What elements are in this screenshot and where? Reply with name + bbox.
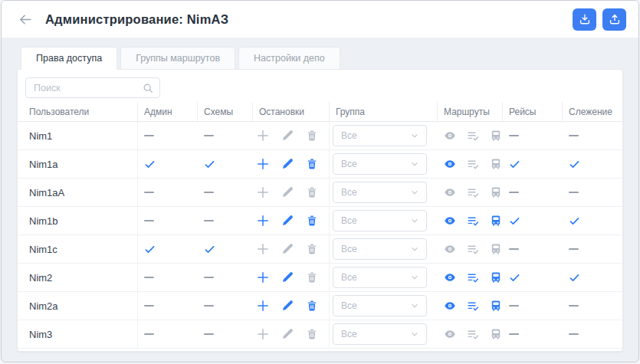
upload-button[interactable] [602, 8, 626, 31]
user-name: Nim1a [18, 150, 138, 178]
view-routes-button[interactable] [444, 328, 456, 340]
group-select[interactable]: Все [333, 267, 427, 288]
view-routes-button[interactable] [444, 186, 456, 198]
delete-stop-button[interactable] [306, 300, 318, 312]
add-stop-button[interactable] [257, 300, 269, 312]
vehicles-button[interactable] [490, 186, 502, 198]
edit-stop-button[interactable] [281, 243, 294, 255]
vehicles-button[interactable] [490, 328, 502, 340]
edit-stop-button[interactable] [281, 158, 294, 170]
group-select[interactable]: Все [333, 125, 427, 146]
flights-cell [503, 122, 563, 149]
add-stop-button[interactable] [257, 158, 269, 170]
tab-route-groups[interactable]: Группы маршрутов [120, 47, 235, 70]
edit-stop-button[interactable] [281, 300, 294, 312]
column-header-group: Группа [330, 102, 438, 121]
tracking-cell [563, 122, 623, 149]
page-title: Администрирование: NimАЗ [45, 12, 228, 27]
tab-access-rights[interactable]: Права доступа [21, 47, 117, 70]
dash-icon [144, 135, 154, 136]
column-header-flights: Рейсы [503, 102, 563, 121]
tab-depot-settings[interactable]: Настройки депо [238, 47, 340, 70]
group-select[interactable]: Все [333, 295, 427, 316]
flights-cell [503, 207, 563, 234]
check-icon [204, 244, 215, 255]
page-body: Права доступа Группы маршрутов Настройки… [2, 38, 638, 352]
edit-stop-button[interactable] [281, 186, 294, 198]
view-routes-button[interactable] [444, 300, 456, 312]
group-select[interactable]: Все [333, 323, 427, 345]
tracking-cell [563, 320, 623, 348]
chevron-down-icon [409, 130, 420, 141]
delete-stop-button[interactable] [306, 328, 318, 340]
trips-list-button[interactable] [467, 130, 479, 142]
flights-cell [503, 292, 563, 320]
dash-icon [204, 333, 214, 335]
group-select[interactable]: Все [333, 210, 427, 231]
view-routes-button[interactable] [444, 243, 456, 255]
routes-cell [438, 122, 503, 149]
view-routes-button[interactable] [444, 130, 456, 142]
add-stop-button[interactable] [257, 243, 269, 255]
search-row [18, 70, 622, 102]
group-select[interactable]: Все [333, 238, 427, 260]
trips-list-button[interactable] [467, 215, 479, 227]
trips-list-button[interactable] [467, 328, 479, 340]
dash-icon [204, 192, 214, 193]
delete-stop-button[interactable] [306, 186, 318, 198]
view-routes-button[interactable] [444, 215, 456, 227]
dash-icon [569, 305, 579, 307]
vehicles-button[interactable] [490, 243, 502, 255]
group-select[interactable]: Все [333, 182, 427, 203]
flights-cell [503, 320, 563, 348]
back-arrow-icon[interactable] [18, 11, 34, 27]
delete-stop-button[interactable] [306, 271, 318, 284]
view-routes-button[interactable] [444, 271, 456, 284]
delete-stop-button[interactable] [306, 215, 318, 227]
admin-cell [138, 292, 198, 320]
table-row: Nim1bВсе [18, 207, 622, 235]
check-icon [569, 159, 580, 170]
add-stop-button[interactable] [257, 328, 269, 340]
edit-stop-button[interactable] [281, 328, 294, 340]
vehicles-button[interactable] [490, 215, 502, 227]
column-header-users: Пользователи [18, 102, 138, 121]
admin-cell [138, 179, 198, 206]
add-stop-button[interactable] [257, 271, 269, 284]
edit-stop-button[interactable] [281, 271, 294, 284]
search-box [25, 77, 160, 98]
schemes-cell [198, 264, 253, 291]
edit-stop-button[interactable] [281, 215, 294, 227]
trips-list-button[interactable] [467, 300, 479, 312]
group-select-value: Все [341, 130, 357, 141]
search-input[interactable] [26, 78, 159, 97]
routes-cell [438, 207, 503, 234]
group-cell: Все [330, 264, 438, 291]
trips-list-button[interactable] [467, 158, 479, 170]
group-cell: Все [330, 150, 438, 178]
routes-cell [438, 320, 503, 348]
add-stop-button[interactable] [257, 215, 269, 227]
vehicles-button[interactable] [490, 130, 502, 142]
vehicles-button[interactable] [490, 158, 502, 170]
dash-icon [144, 333, 154, 335]
vehicles-button[interactable] [490, 300, 502, 312]
group-select[interactable]: Все [333, 153, 427, 175]
download-button[interactable] [573, 8, 596, 31]
delete-stop-button[interactable] [306, 243, 318, 255]
group-select-value: Все [341, 187, 357, 198]
vehicles-button[interactable] [490, 271, 502, 284]
trips-list-button[interactable] [467, 243, 479, 255]
user-name: Nim3 [18, 320, 138, 348]
add-stop-button[interactable] [257, 186, 269, 198]
dash-icon [509, 305, 519, 307]
user-name: Nim1c [18, 235, 138, 263]
delete-stop-button[interactable] [306, 130, 318, 142]
delete-stop-button[interactable] [306, 158, 318, 170]
add-stop-button[interactable] [257, 130, 269, 142]
trips-list-button[interactable] [467, 186, 479, 198]
view-routes-button[interactable] [444, 158, 456, 170]
edit-stop-button[interactable] [281, 130, 294, 142]
trips-list-button[interactable] [467, 271, 479, 284]
dash-icon [144, 277, 154, 278]
